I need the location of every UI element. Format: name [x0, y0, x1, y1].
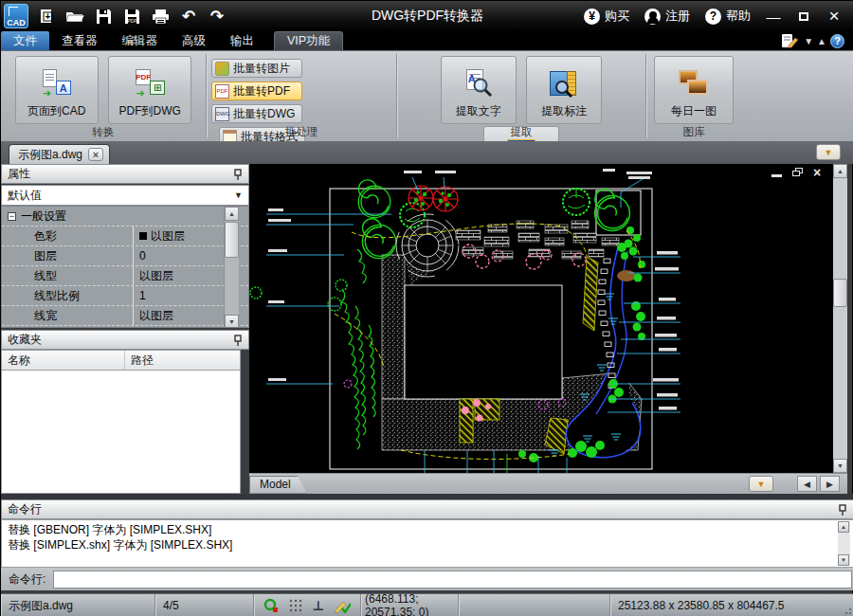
property-row-linetype[interactable]: 线型 以图层	[2, 266, 248, 286]
favorites-panel-header: 收藏夹	[1, 330, 249, 350]
canvas-vertical-scrollbar[interactable]: ▲ ▼	[833, 164, 847, 473]
batch-to-image-button[interactable]: 批量转图片	[211, 59, 302, 78]
app-window: CAD + PDF ↶ ↷ DWG转PDF转换器 ¥购买 注册 ?帮助 — × …	[0, 0, 853, 616]
scroll-up-icon: ▲	[225, 207, 239, 221]
pdf-to-dwg-button[interactable]: PDF ⊞ ➜ PDF到DWG	[108, 56, 191, 124]
tab-viewer[interactable]: 查看器	[49, 31, 110, 50]
tab-advanced[interactable]: 高级	[170, 31, 218, 50]
group-label-batch: 批处理	[207, 125, 396, 139]
command-prompt-row: 命令行:	[1, 568, 853, 590]
group-label-convert: 转换	[1, 125, 206, 139]
property-row-layer[interactable]: 图层 0	[2, 246, 248, 266]
favorites-list[interactable]	[1, 371, 241, 494]
command-panel-header: 命令行	[1, 499, 853, 519]
extract-text-button[interactable]: A 提取文字	[441, 56, 517, 124]
property-row-lineweight[interactable]: 线宽 以图层	[2, 306, 248, 326]
close-button[interactable]: ×	[820, 6, 848, 27]
command-input[interactable]	[53, 571, 852, 589]
ribbon-group-extract: A 提取文字 提取标注 1:H 提取尺寸	[397, 51, 645, 141]
tab-list-chevron-button[interactable]: ▼	[816, 144, 841, 160]
pin-icon[interactable]	[233, 335, 243, 346]
group-label-extract: 提取	[397, 125, 645, 139]
plus-icon: +	[45, 11, 51, 22]
help-button[interactable]: ?帮助	[699, 8, 757, 25]
extract-annotation-icon	[548, 69, 580, 100]
mdi-close-button[interactable]: ×	[813, 168, 826, 178]
app-logo-icon[interactable]: CAD	[4, 4, 28, 28]
favorites-columns: 名称 路径	[1, 350, 241, 371]
scroll-left-button[interactable]: ◀	[797, 476, 817, 492]
extract-text-icon: A	[463, 69, 495, 100]
preset-dropdown[interactable]: 默认值 ▼	[1, 185, 249, 206]
property-row-ltscale[interactable]: 线型比例 1	[2, 286, 248, 306]
pin-icon[interactable]	[233, 169, 243, 180]
status-bar: 示例图a.dwg 4/5 ⊥ (6468.113; 20571.35; 0) 2…	[1, 593, 853, 616]
extract-annotation-button[interactable]: 提取标注	[526, 56, 602, 124]
undo-button[interactable]: ↶	[174, 4, 203, 28]
drawing-canvas[interactable]: ×	[249, 164, 833, 473]
yen-icon: ¥	[584, 9, 600, 25]
mdi-minimize-button[interactable]	[771, 168, 784, 178]
column-path[interactable]: 路径	[125, 353, 154, 369]
register-button[interactable]: 注册	[638, 8, 697, 25]
buy-button[interactable]: ¥购买	[577, 8, 636, 25]
tab-file[interactable]: 文件	[1, 31, 49, 50]
color-swatch	[139, 232, 147, 240]
image-icon	[215, 62, 229, 76]
pdf-to-dwg-icon: PDF ⊞ ➜	[134, 69, 166, 100]
column-name[interactable]: 名称	[2, 351, 125, 370]
page-to-cad-button[interactable]: A ➜ 页面到CAD	[15, 56, 99, 124]
grid-toggle-icon[interactable]	[289, 599, 302, 612]
status-filename: 示例图a.dwg	[1, 594, 155, 616]
scroll-up-icon: ▲	[833, 164, 847, 178]
redo-button[interactable]: ↷	[203, 4, 231, 28]
document-tab-bar: 示例图a.dwg ×	[1, 141, 853, 164]
status-dimensions: 25123.88 x 23580.85 x 804467.5	[610, 594, 828, 616]
tab-vip[interactable]: VIP功能	[274, 31, 343, 50]
model-tab[interactable]: Model	[249, 476, 307, 494]
scroll-right-button[interactable]: ▶	[820, 476, 840, 492]
title-bar: CAD + PDF ↶ ↷ DWG转PDF转换器 ¥购买 注册 ?帮助 — ×	[1, 1, 853, 31]
ribbon-group-gallery: 每日一图 图库	[646, 51, 741, 141]
dropdown-icon[interactable]: ▼	[804, 36, 813, 46]
mdi-restore-button[interactable]	[792, 168, 805, 178]
ortho-toggle-icon[interactable]: ⊥	[313, 598, 325, 613]
open-file-button[interactable]	[61, 4, 89, 28]
snap-toggle-icon[interactable]	[263, 598, 279, 613]
document-tab[interactable]: 示例图a.dwg ×	[9, 144, 110, 164]
batch-to-dwg-button[interactable]: DWG批量转DWG	[211, 104, 302, 123]
resize-grip[interactable]	[843, 594, 853, 616]
command-history[interactable]: 替换 [GBENOR] 字体为 [SIMPLEX.SHX] 替换 [SIMPLE…	[1, 519, 853, 568]
command-prompt-label: 命令行:	[1, 571, 53, 588]
maximize-button[interactable]	[789, 6, 818, 27]
properties-panel-header: 属性	[1, 164, 249, 184]
scroll-down-icon: ▼	[838, 554, 849, 566]
batch-to-pdf-button[interactable]: PDF批量转PDF	[211, 82, 302, 100]
layout-chevron-button[interactable]: ▼	[749, 476, 773, 492]
edit-style-icon[interactable]	[781, 33, 800, 48]
circular-plaza	[396, 214, 459, 277]
property-row-color[interactable]: 色彩 以图层	[2, 226, 248, 246]
redo-icon: ↷	[210, 7, 224, 27]
edit-mode-icon[interactable]	[335, 599, 351, 613]
collapse-icon[interactable]: −	[8, 212, 16, 221]
property-grid-scrollbar[interactable]: ▲ ▼	[224, 207, 239, 328]
pin-icon[interactable]	[838, 504, 847, 516]
command-scrollbar[interactable]: ▲ ▼	[838, 521, 850, 566]
tab-output[interactable]: 输出	[218, 31, 266, 50]
collapse-ribbon-icon[interactable]: ▲	[817, 36, 826, 46]
new-file-button[interactable]: +	[32, 4, 61, 28]
save-button[interactable]	[89, 4, 118, 28]
ribbon: A ➜ 页面到CAD PDF ⊞ ➜ PDF到DWG 转换 批量转图片 PDF批…	[1, 50, 853, 141]
ribbon-help-icon[interactable]: ?	[830, 34, 844, 48]
property-group-row[interactable]: −一般设置	[2, 207, 248, 226]
scroll-down-icon: ▼	[833, 459, 847, 473]
document-tab-close-icon[interactable]: ×	[88, 148, 103, 161]
status-coordinates: (6468.113; 20571.35; 0)	[361, 594, 459, 616]
daily-image-button[interactable]: 每日一图	[654, 56, 734, 124]
print-button[interactable]	[146, 4, 174, 28]
minimize-button[interactable]: —	[759, 6, 788, 27]
save-pdf-button[interactable]: PDF	[118, 4, 146, 28]
dwg-icon: DWG	[215, 107, 229, 121]
tab-editor[interactable]: 编辑器	[110, 31, 171, 50]
